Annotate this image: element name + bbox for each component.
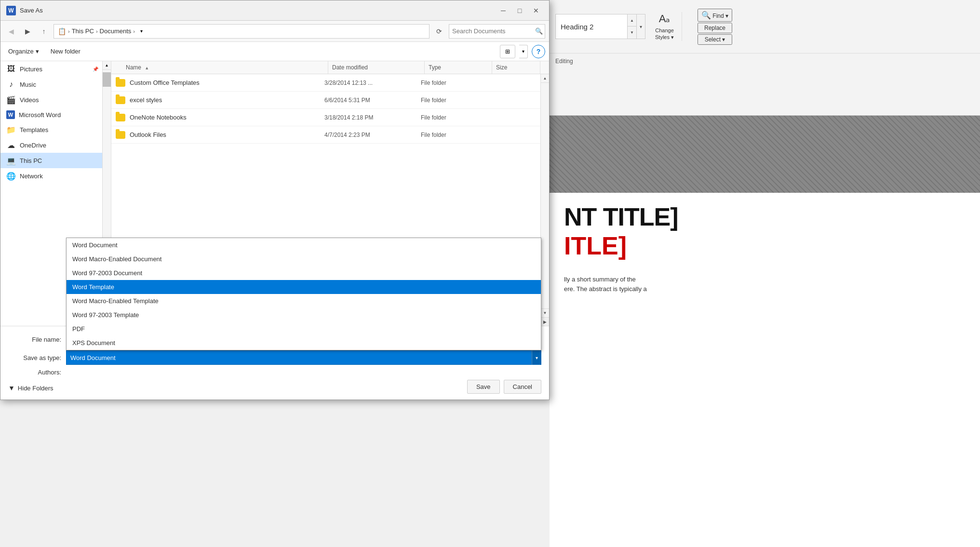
replace-button[interactable]: Replace [698,23,732,33]
select-button[interactable]: Select ▾ [698,34,732,45]
file-name-3: OneNote Notebooks [130,114,324,121]
doc-content: NT TITLE] ITLE] lly a short summary of t… [550,116,980,547]
forward-button[interactable]: ▶ [21,25,34,38]
col-type-header[interactable]: Type [425,61,492,74]
savetype-selected[interactable]: Word Document [66,350,532,365]
save-button[interactable]: Save [467,380,500,394]
sidebar-item-music[interactable]: ♪ Music [0,77,102,92]
maximize-button[interactable]: □ [512,5,527,16]
view-dropdown-button[interactable]: ▾ [519,45,528,58]
savetype-option-5[interactable]: Word Macro-Enabled Template [67,294,541,308]
ribbon-area: Heading 2 ▲ ▼ ▾ Aₐ Change Styles ▾ [550,0,980,116]
savetype-control: Word Document ▾ [66,350,541,365]
back-button[interactable]: ◀ [4,25,18,38]
sidebar-item-label: Templates [20,126,48,133]
new-folder-button[interactable]: New folder [47,46,84,57]
search-icon[interactable]: 🔍 [535,27,543,35]
refresh-button[interactable]: ⟳ [432,25,446,38]
save-as-dialog: W Save As ─ □ ✕ ◀ ▶ ↑ 📋 › This PC › Docu… [0,0,550,400]
savetype-dropdown-btn[interactable]: ▾ [532,350,541,365]
col-name-header[interactable]: Name ▲ [122,61,328,74]
file-date-2: 6/6/2014 5:31 PM [324,97,421,104]
col-size-header[interactable]: Size [492,61,540,74]
organize-button[interactable]: Organize ▾ [4,46,43,57]
sidebar-item-thispc[interactable]: 💻 This PC [0,153,102,168]
search-input[interactable] [452,27,533,35]
sidebar-item-word[interactable]: W Microsoft Word [0,107,102,122]
file-name-4: Outlook Files [130,131,324,138]
file-row-3[interactable]: OneNote Notebooks 3/18/2014 2:18 PM File… [111,109,540,126]
sidebar-item-onedrive[interactable]: ☁ OneDrive [0,137,102,153]
folder-icon-2 [115,95,126,106]
dialog-bottom: File name: ▾ Save as type: Word Document… [0,326,549,400]
templates-icon: 📁 [6,125,16,134]
pictures-icon: 🖼 [6,64,16,74]
bottom-actions: Save Cancel [8,380,541,394]
savetype-option-1[interactable]: Word Document [67,238,541,252]
file-date-3: 3/18/2014 2:18 PM [324,114,421,121]
savetype-option-7[interactable]: PDF [67,322,541,336]
hide-folders-icon: ▼ [8,384,15,392]
col-date-header[interactable]: Date modified [328,61,425,74]
change-styles-btn[interactable]: Aₐ Change Styles ▾ [655,12,674,40]
change-styles-group[interactable]: Aₐ Change Styles ▾ [655,12,674,40]
hide-folders-control[interactable]: ▼ Hide Folders [8,384,54,392]
style-scroll-up[interactable]: ▲ [628,14,636,27]
sidebar-item-network[interactable]: 🌐 Network [0,168,102,184]
file-date-4: 4/7/2014 2:23 PM [324,132,421,138]
titlebar-controls: ─ □ ✕ [496,5,543,16]
savetype-label: Save as type: [8,354,66,361]
ribbon-divider [682,12,682,41]
file-row-4[interactable]: Outlook Files 4/7/2014 2:23 PM File fold… [111,126,540,144]
word-icon: W [6,110,15,119]
styles-group: Heading 2 ▲ ▼ ▾ [555,14,645,39]
breadcrumb-dropdown[interactable]: ▾ [137,25,146,38]
h-scroll-right-btn[interactable]: ▶ [540,318,549,326]
file-row-2[interactable]: excel styles 6/6/2014 5:31 PM File folde… [111,92,540,109]
minimize-button[interactable]: ─ [496,5,510,16]
cancel-button[interactable]: Cancel [504,380,541,394]
sidebar-scroll-thumb[interactable] [103,72,111,87]
sidebar-item-templates[interactable]: 📁 Templates [0,122,102,137]
savetype-option-8[interactable]: XPS Document [67,336,541,350]
close-button[interactable]: ✕ [529,5,543,16]
folder-icon-1 [115,78,126,88]
address-bar: ◀ ▶ ↑ 📋 › This PC › Documents › ▾ ⟳ 🔍 [0,21,549,42]
style-scroll-down[interactable]: ▼ [628,27,636,39]
doc-title-line1: NT TITLE] [550,193,980,231]
sidebar-item-videos[interactable]: 🎬 Videos [0,92,102,107]
file-scroll-down[interactable]: ▼ [541,308,549,317]
file-scroll-up[interactable]: ▲ [541,74,549,83]
breadcrumb[interactable]: 📋 › This PC › Documents › ▾ [54,24,430,39]
change-styles-label: Change [655,27,674,33]
help-button[interactable]: ? [532,45,545,58]
file-row-1[interactable]: Custom Office Templates 3/28/2014 12:13 … [111,74,540,92]
search-box[interactable]: 🔍 [449,24,545,39]
dialog-titlebar: W Save As ─ □ ✕ [0,0,549,21]
dialog-icon: W [6,6,16,15]
style-dropdown[interactable]: ▾ [637,14,645,39]
file-type-1: File folder [421,80,488,86]
heading2-style[interactable]: Heading 2 [555,14,628,39]
dialog-title: Save As [20,7,496,14]
savetype-option-6[interactable]: Word 97-2003 Template [67,308,541,322]
view-button[interactable]: ⊞ [500,45,515,58]
savetype-option-4[interactable]: Word Template [67,280,541,294]
savetype-option-2[interactable]: Word Macro-Enabled Document [67,252,541,266]
music-icon: ♪ [6,80,16,89]
file-list-scrollbar[interactable]: ▲ ▼ [540,74,549,317]
folder-icon-4 [115,130,126,140]
savetype-row: Save as type: Word Document ▾ Word Docum… [8,350,541,365]
savetype-wrapper: Word Document ▾ Word Document Word Macro… [66,350,541,365]
find-button[interactable]: 🔍 Find ▾ [698,9,732,22]
up-button[interactable]: ↑ [37,25,51,38]
sidebar-item-label: Microsoft Word [19,111,61,119]
file-date-1: 3/28/2014 12:13 ... [324,80,421,86]
savetype-option-3[interactable]: Word 97-2003 Document [67,266,541,280]
filename-label: File name: [8,336,66,343]
sidebar-item-pictures[interactable]: 🖼 Pictures 📌 [0,61,102,77]
sidebar-scroll-up-btn[interactable]: ▲ [103,61,111,70]
sidebar-items-list: 🖼 Pictures 📌 ♪ Music 🎬 Videos W Microsof… [0,61,111,184]
thispc-icon: 💻 [6,156,16,165]
authors-label: Authors: [8,369,66,376]
